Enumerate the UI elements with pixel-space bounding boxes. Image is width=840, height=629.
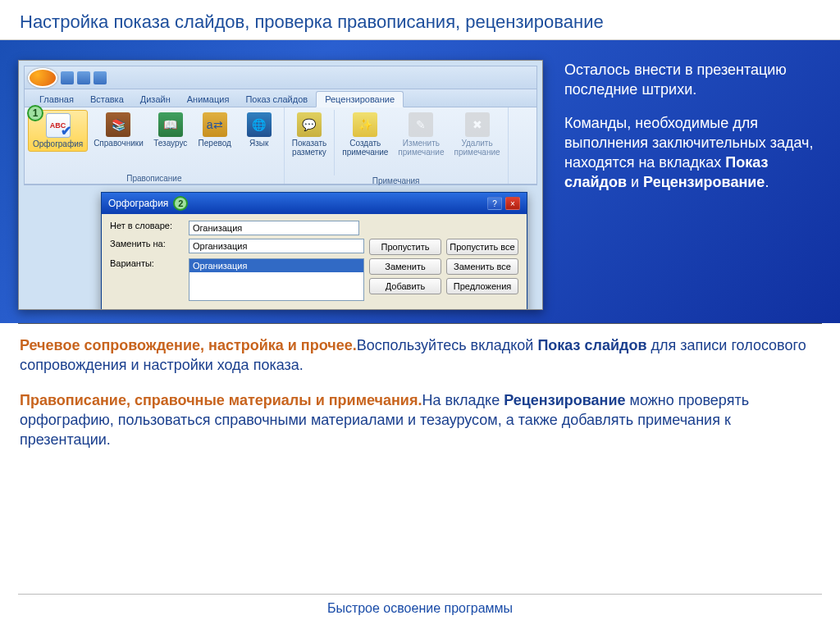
callout-2: 2 [173, 196, 188, 211]
undo-icon[interactable] [77, 71, 90, 84]
language-button[interactable]: 🌐 Язык [238, 110, 281, 150]
office-button[interactable] [28, 68, 57, 88]
tab-slideshow[interactable]: Показ слайдов [237, 92, 316, 107]
body-p2: Правописание, справочные материалы и при… [20, 390, 820, 450]
ignore-button[interactable]: Пропустить [369, 239, 441, 255]
spelling-icon: ABC✔ [46, 113, 71, 138]
side-p2: Команды, необходимые для выполнения закл… [564, 113, 822, 193]
change-to-field[interactable]: Организация [189, 239, 364, 253]
spelling-dialog: Орфография 2 ? × Нет в словаре: Оганизац… [101, 192, 527, 310]
ribbon-body: ABC✔ Орфография 📚 Справочники 📖 Тезаурус [25, 107, 536, 185]
show-markup-icon: 💬 [297, 112, 322, 137]
hero-area: 1 Главная Вставка Дизайн Анимация Показ … [0, 40, 840, 323]
dialog-body: Нет в словаре: Оганизация Заменить на: О… [102, 214, 527, 310]
translate-icon: a⇄ [203, 112, 227, 137]
translate-button[interactable]: a⇄ Перевод [194, 110, 236, 150]
body-text: Речевое сопровождение, настройка и проче… [0, 324, 840, 449]
new-comment-button[interactable]: ✨ Создать примечание [338, 110, 392, 159]
quick-access-toolbar [25, 66, 536, 89]
delete-comment-icon: ✖ [465, 112, 490, 137]
group-proofing-label: Правописание [28, 173, 281, 184]
body-p1: Речевое сопровождение, настройка и проче… [20, 335, 820, 376]
suggestions-list[interactable]: Организация [189, 258, 364, 301]
side-p1: Осталось внести в презентацию последние … [564, 60, 822, 100]
side-text: Осталось внести в презентацию последние … [564, 60, 822, 323]
footer-text: Быстрое освоение программы [18, 594, 822, 616]
not-in-dict-label: Нет в словаре: [110, 221, 184, 230]
group-comments-label: Примечания [288, 175, 504, 186]
add-button[interactable]: Добавить [369, 278, 441, 294]
suggestions-label: Варианты: [110, 258, 184, 268]
tab-design[interactable]: Дизайн [132, 92, 179, 107]
thesaurus-icon: 📖 [158, 112, 183, 137]
tab-home[interactable]: Главная [31, 92, 82, 107]
change-all-button[interactable]: Заменить все [446, 258, 518, 275]
redo-icon[interactable] [94, 71, 107, 84]
save-icon[interactable] [61, 71, 74, 84]
tab-animation[interactable]: Анимация [179, 92, 238, 107]
callout-1: 1 [27, 105, 43, 121]
not-in-dict-field[interactable]: Оганизация [189, 221, 359, 235]
suggest-button[interactable]: Предложения [446, 278, 518, 294]
research-icon: 📚 [106, 112, 130, 137]
research-button[interactable]: 📚 Справочники [89, 110, 148, 150]
group-proofing: ABC✔ Орфография 📚 Справочники 📖 Тезаурус [25, 107, 285, 184]
new-comment-icon: ✨ [353, 112, 377, 137]
ribbon: Главная Вставка Дизайн Анимация Показ сл… [24, 66, 537, 185]
slide-title: Настройка показа слайдов, проверка право… [0, 0, 840, 40]
tab-review[interactable]: Рецензирование [316, 91, 404, 107]
delete-comment-button[interactable]: ✖ Удалить примечание [450, 110, 504, 159]
close-icon[interactable]: × [505, 197, 520, 210]
screenshot: 1 Главная Вставка Дизайн Анимация Показ … [18, 60, 543, 310]
thesaurus-button[interactable]: 📖 Тезаурус [149, 110, 192, 150]
change-button[interactable]: Заменить [369, 258, 441, 275]
help-icon[interactable]: ? [487, 197, 502, 210]
group-comments: 💬 Показать разметку ✨ Создать примечание… [285, 107, 509, 184]
dialog-title-text: Орфография [108, 198, 168, 209]
ribbon-tabs: Главная Вставка Дизайн Анимация Показ сл… [25, 89, 536, 107]
language-icon: 🌐 [247, 112, 272, 137]
ignore-all-button[interactable]: Пропустить все [446, 239, 518, 255]
tab-insert[interactable]: Вставка [82, 92, 132, 107]
edit-comment-icon: ✎ [409, 112, 433, 137]
edit-comment-button[interactable]: ✎ Изменить примечание [394, 110, 448, 159]
slide: Настройка показа слайдов, проверка право… [0, 0, 840, 629]
change-to-label: Заменить на: [110, 239, 184, 248]
show-markup-button[interactable]: 💬 Показать разметку [288, 110, 331, 159]
dialog-titlebar: Орфография 2 ? × [102, 193, 527, 214]
list-item[interactable]: Организация [189, 259, 363, 272]
